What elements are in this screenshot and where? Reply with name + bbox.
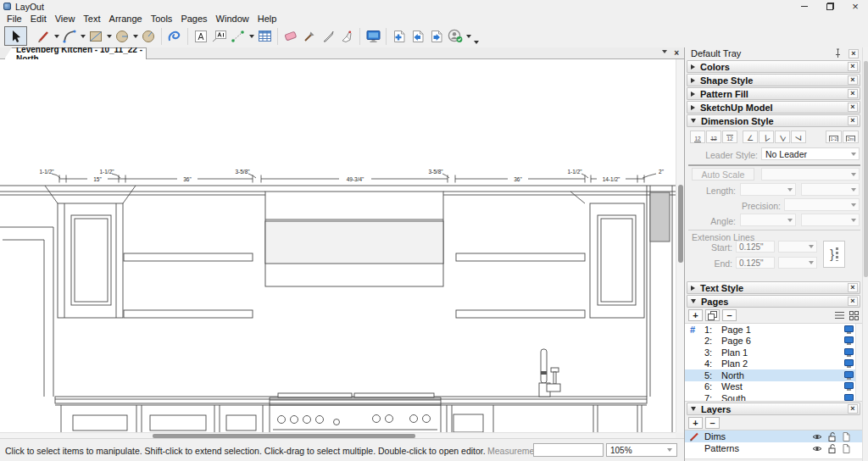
layer-row[interactable]: Patterns [685,442,862,454]
label-tool-button[interactable] [210,26,229,47]
vertical-scroll-thumb[interactable] [864,61,868,277]
pages-scrollbar[interactable] [855,324,862,401]
section-layers[interactable]: Layers [687,403,860,415]
close-icon[interactable] [848,404,858,414]
dimension-tool-button[interactable] [229,26,248,47]
page-row[interactable]: 3: Plan 1 [685,347,862,358]
dim-angle-horizontal-button[interactable] [743,131,758,143]
page-row-selected[interactable]: 5: North [685,369,862,381]
add-layer-button[interactable] [688,417,703,429]
eye-icon[interactable] [812,433,822,441]
close-icon[interactable] [848,62,858,71]
polygon-tool-button[interactable] [139,26,158,47]
toolbar-overflow-dropdown[interactable] [472,27,480,46]
dim-angle-aligned-button[interactable] [759,131,774,143]
eye-icon[interactable] [812,445,822,453]
menu-help[interactable]: Help [253,13,281,25]
dim-text-center-button[interactable] [706,131,721,143]
eraser-tool-button[interactable] [281,26,300,47]
close-icon[interactable] [848,283,858,292]
arc-tool-dropdown[interactable] [79,27,86,46]
dim-text-below-button[interactable] [722,131,737,143]
section-colors[interactable]: Colors [687,60,860,73]
minimize-button[interactable] [792,0,817,13]
dim-units-metric-button[interactable] [843,131,859,143]
menu-text[interactable]: Text [79,13,104,25]
next-page-button[interactable] [427,26,446,47]
screen-icon[interactable] [844,371,854,378]
section-dimension-style[interactable]: Dimension Style [687,114,860,127]
add-page-button[interactable] [688,309,703,321]
angle-format-select[interactable] [740,214,796,226]
section-text-style[interactable]: Text Style [687,281,860,294]
restore-button[interactable] [817,0,843,13]
close-icon[interactable] [848,89,858,98]
style-tool-button[interactable] [300,26,319,47]
page-row[interactable]: 7: South [685,392,862,402]
leader-style-select[interactable]: No Leader [761,147,860,160]
circle-tool-dropdown[interactable] [131,27,139,46]
extension-style-button[interactable] [823,241,845,268]
menu-tools[interactable]: Tools [147,13,177,25]
page-row[interactable]: # 1: Page 1 [685,324,862,336]
close-icon[interactable] [848,75,858,85]
account-button[interactable] [446,26,465,47]
length-format-select[interactable] [740,183,796,196]
section-shape-style[interactable]: Shape Style [687,74,860,86]
menu-arrange[interactable]: Arrange [105,13,147,25]
screen-icon[interactable] [844,325,854,332]
split-tool-button[interactable] [319,26,337,47]
tray-vertical-scrollbar[interactable] [862,47,868,461]
extension-end-field[interactable]: 0.125" [736,257,775,269]
unlock-icon[interactable] [828,444,837,453]
angle-precision-select[interactable] [801,214,860,226]
close-icon[interactable] [848,103,858,112]
section-pages[interactable]: Pages [687,295,860,308]
drawing-canvas[interactable]: 1-1/2" 15" 1-1/2" 36" 3-5/8" 49-3/4" 3-5… [0,59,684,438]
menu-view[interactable]: View [51,13,80,25]
canvas-horizontal-scrollbar[interactable] [0,432,676,438]
rectangle-tool-button[interactable] [86,26,105,47]
tab-list-dropdown[interactable] [662,50,667,53]
document-tab[interactable]: Levenberg Kitchen - 10_11_22 - North [4,47,147,59]
screen-icon[interactable] [844,348,854,355]
arc-tool-button[interactable] [60,26,79,47]
auto-scale-button[interactable]: Auto Scale [692,168,754,181]
delete-page-button[interactable] [722,309,737,321]
screen-icon[interactable] [844,394,854,401]
dim-angle-perpendicular-button[interactable] [775,131,790,143]
page-row[interactable]: 6: West [685,381,862,393]
screen-icon[interactable] [844,336,854,343]
tray-close-button[interactable] [849,49,859,58]
list-view-icon[interactable] [835,312,844,314]
table-tool-button[interactable] [255,26,274,47]
menu-pages[interactable]: Pages [176,13,211,25]
close-icon[interactable] [848,116,858,125]
close-window-button[interactable] [843,0,868,13]
previous-page-button[interactable] [409,26,427,47]
vertical-scroll-thumb[interactable] [678,185,683,263]
dim-units-button[interactable] [826,131,842,143]
section-pattern-fill[interactable]: Pattern Fill [687,87,860,100]
page-row[interactable]: 4: Plan 2 [685,358,862,370]
precision-select[interactable] [784,198,860,211]
dim-angle-vertical-button[interactable] [791,131,806,143]
measurements-input[interactable] [533,443,604,457]
add-page-button[interactable] [390,26,409,47]
menu-window[interactable]: Window [212,13,253,25]
sort-column-indicator[interactable]: # [690,325,704,335]
layer-row-selected[interactable]: Dims [685,430,862,442]
tab-close-button[interactable] [674,47,679,58]
sheet-icon[interactable] [843,444,850,453]
dim-text-above-button[interactable] [690,131,705,143]
line-tool-dropdown[interactable] [53,27,60,46]
extension-start-select[interactable] [778,241,817,253]
canvas-vertical-scrollbar[interactable] [676,59,684,432]
account-dropdown[interactable] [465,27,472,46]
screen-icon[interactable] [844,382,854,389]
length-units-select[interactable] [801,183,860,196]
circle-tool-button[interactable] [113,26,131,47]
section-sketchup-model[interactable]: SketchUp Model [687,101,860,114]
unlock-icon[interactable] [828,432,837,442]
dimension-tool-dropdown[interactable] [248,27,255,46]
